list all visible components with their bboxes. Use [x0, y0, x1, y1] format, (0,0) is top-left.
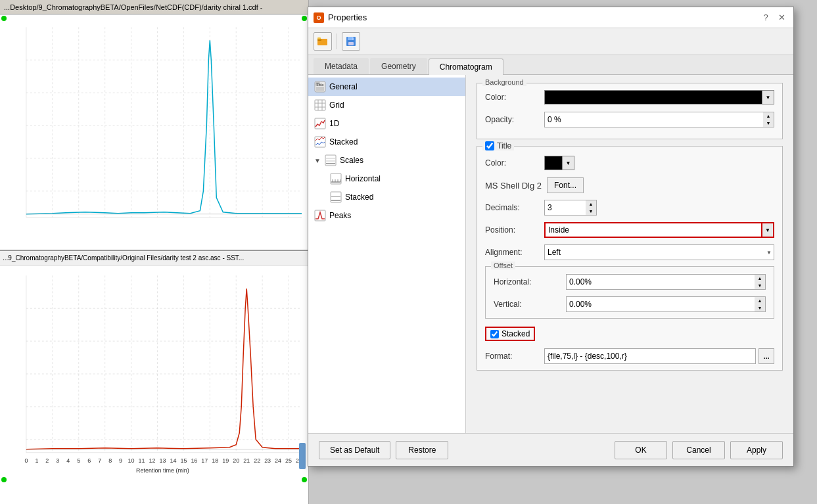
bg-opacity-down[interactable]: ▼	[763, 120, 774, 127]
offset-vertical-up[interactable]: ▲	[755, 297, 765, 304]
offset-horizontal-down[interactable]: ▼	[755, 282, 765, 289]
tab-geometry-label: Geometry	[381, 62, 416, 71]
peaks-icon	[314, 209, 327, 222]
offset-horizontal-row: Horizontal: ▲ ▼	[494, 273, 766, 290]
folder-button[interactable]	[314, 32, 332, 51]
tab-metadata[interactable]: Metadata	[314, 58, 369, 74]
bg-color-dropdown-btn[interactable]: ▼	[762, 90, 774, 104]
svg-text:14: 14	[170, 457, 176, 464]
title-font-row: MS Shell Dlg 2 Font...	[485, 177, 774, 194]
svg-rect-70	[352, 37, 354, 40]
decimals-up[interactable]: ▲	[586, 200, 596, 208]
title-position-row: Position: Inside ▼	[485, 221, 774, 239]
tree-item-scales[interactable]: ▼ Scales	[308, 151, 465, 170]
cancel-button[interactable]: Cancel	[672, 441, 725, 459]
save-icon	[346, 36, 356, 47]
footer-right: OK Cancel Apply	[615, 441, 783, 459]
alignment-wrapper: Left Center Right ▼	[544, 244, 774, 260]
stacked-checkbox-wrapper[interactable]: Stacked	[485, 327, 535, 341]
position-dropdown-arrow[interactable]: ▼	[762, 222, 774, 238]
title-decimals-label: Decimals:	[485, 203, 544, 212]
format-dots-button[interactable]: ...	[759, 348, 774, 364]
offset-horizontal-input[interactable]	[566, 274, 755, 290]
tree-item-peaks[interactable]: Peaks	[308, 206, 465, 225]
offset-section: Offset Horizontal: ▲ ▼	[485, 266, 774, 319]
title-checkbox-label[interactable]: Title	[485, 141, 511, 150]
set-as-default-button[interactable]: Set as Default	[319, 441, 390, 459]
svg-text:13: 13	[159, 457, 166, 464]
bg-color-swatch[interactable]	[544, 90, 762, 104]
apply-button[interactable]: Apply	[730, 441, 783, 459]
properties-dialog: O Properties ? ✕	[308, 7, 794, 467]
format-input[interactable]	[544, 348, 756, 364]
decimals-input[interactable]	[544, 200, 586, 216]
svg-rect-66	[317, 37, 321, 39]
offset-horizontal-control: ▲ ▼	[566, 274, 766, 290]
title-color-dropdown-btn[interactable]: ▼	[563, 156, 574, 170]
title-color-wrapper: ▼	[544, 156, 574, 170]
alignment-select[interactable]: Left Center Right	[544, 244, 774, 260]
bg-color-label: Color:	[485, 93, 544, 102]
tree-item-grid[interactable]: Grid	[308, 96, 465, 114]
position-wrapper: Inside ▼	[544, 222, 774, 238]
title-legend: Title	[482, 141, 514, 150]
bg-opacity-row: Opacity: ▲ ▼	[485, 111, 774, 128]
stacked-checkbox[interactable]	[490, 330, 499, 338]
svg-text:22: 22	[254, 457, 260, 464]
title-alignment-row: Alignment: Left Center Right ▼	[485, 244, 774, 261]
tab-chromatogram-label: Chromatogram	[440, 62, 492, 72]
bg-opacity-input[interactable]	[544, 112, 763, 127]
font-button[interactable]: Font...	[547, 177, 584, 193]
tab-chromatogram[interactable]: Chromatogram	[429, 58, 503, 75]
offset-vertical-down[interactable]: ▼	[755, 304, 765, 311]
tab-geometry[interactable]: Geometry	[370, 58, 427, 74]
position-display[interactable]: Inside	[544, 222, 762, 238]
bg-opacity-label: Opacity:	[485, 115, 544, 124]
grid-icon	[314, 99, 327, 112]
offset-vertical-row: Vertical: ▲ ▼	[494, 296, 766, 313]
tree-item-general[interactable]: Title General	[308, 78, 465, 96]
dialog-controls: ? ✕	[759, 11, 788, 24]
background-legend: Background	[482, 78, 526, 86]
close-button[interactable]: ✕	[775, 11, 788, 24]
title-position-label: Position:	[485, 225, 544, 235]
svg-text:7: 7	[98, 457, 101, 464]
svg-text:17: 17	[201, 457, 208, 464]
title-color-swatch[interactable]	[544, 156, 563, 170]
scales-expand-icon: ▼	[314, 156, 321, 164]
decimals-down[interactable]: ▼	[586, 208, 596, 215]
ok-button[interactable]: OK	[615, 441, 667, 459]
background-section: Background Color: ▼ Opacity: ▲	[477, 83, 783, 139]
svg-text:8: 8	[108, 457, 112, 464]
app-icon: O	[314, 12, 324, 23]
tree-item-peaks-label: Peaks	[329, 211, 351, 220]
svg-text:10: 10	[128, 457, 135, 464]
indicator-top-left	[1, 16, 7, 21]
offset-legend: Offset	[491, 262, 515, 269]
tree-item-horizontal[interactable]: Horizontal	[308, 170, 465, 188]
svg-text:23: 23	[264, 457, 271, 464]
svg-rect-69	[348, 42, 354, 45]
chart-bottom-area: 0 1 2 3 4 5 6 7 8 9 10 11 12 13 14 15 16…	[0, 265, 308, 489]
svg-text:12: 12	[149, 457, 156, 464]
offset-vertical-input[interactable]	[566, 296, 755, 312]
svg-text:18: 18	[212, 457, 218, 464]
svg-text:3: 3	[56, 457, 59, 464]
title-checkbox[interactable]	[485, 141, 494, 150]
restore-button[interactable]: Restore	[396, 441, 448, 459]
format-label: Format:	[485, 352, 544, 361]
tree-item-grid-label: Grid	[329, 101, 344, 110]
tree-item-stacked-sub[interactable]: Stacked	[308, 188, 465, 206]
save-button[interactable]	[342, 32, 360, 51]
svg-text:11: 11	[139, 457, 145, 464]
tree-item-1d[interactable]: 1D	[308, 114, 465, 133]
right-panel: Background Color: ▼ Opacity: ▲	[466, 75, 793, 433]
bg-opacity-up[interactable]: ▲	[763, 112, 774, 120]
stacked-label: Stacked	[502, 329, 530, 338]
help-button[interactable]: ?	[759, 11, 772, 24]
offset-horizontal-up[interactable]: ▲	[755, 275, 765, 282]
tree-item-stacked[interactable]: Stacked	[308, 133, 465, 151]
format-control: ...	[544, 348, 774, 364]
dialog-footer: Set as Default Restore OK Cancel Apply	[308, 433, 793, 466]
bg-opacity-spin: ▲ ▼	[763, 112, 774, 127]
